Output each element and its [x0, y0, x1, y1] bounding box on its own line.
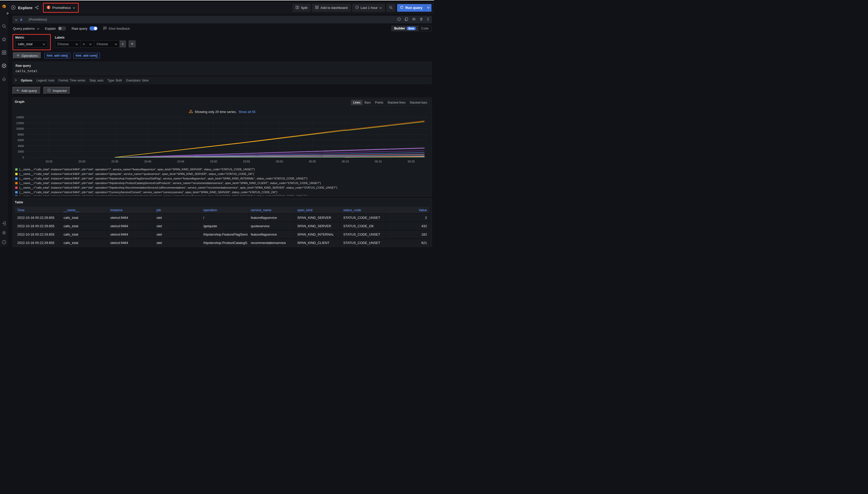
legend-item[interactable]: {__name__="calls_total", instance="otelc… [15, 181, 430, 185]
hint-add-rate-button[interactable]: hint: add rate() [44, 53, 70, 58]
explain-toggle-group: Explain [45, 26, 66, 31]
collapse-chevron-icon[interactable] [15, 18, 18, 22]
zoom-out-button[interactable] [387, 4, 395, 12]
help-icon[interactable]: ? [2, 240, 6, 245]
time-range-picker[interactable]: Last 1 hour [352, 4, 385, 12]
x-axis-tick: 23:35 [111, 160, 119, 163]
code-mode-button[interactable]: Code [418, 26, 431, 31]
label-name-select[interactable]: Choose [55, 40, 80, 48]
label-value-select[interactable]: Choose [94, 40, 120, 48]
column-header-servicename[interactable]: service_name [248, 207, 295, 213]
give-feedback-label: Give feedback [109, 27, 130, 31]
table-cell: STATUS_CODE_UNSET [341, 213, 386, 222]
builder-mode-button[interactable]: Builder Beta [392, 26, 418, 31]
duplicate-query-icon[interactable] [404, 17, 408, 22]
chevron-down-icon [43, 42, 45, 46]
table-cell: STATUS_CODE_OK [341, 222, 386, 230]
plus-icon [17, 54, 20, 58]
table-cell: STATUS_CODE_UNSET [341, 239, 386, 247]
alerting-icon[interactable] [2, 77, 6, 81]
label-value-placeholder: Choose [96, 42, 108, 46]
table-cell: otelcol:9464 [108, 222, 154, 230]
datasource-picker[interactable]: Prometheus [46, 4, 76, 11]
drag-handle-icon[interactable] [427, 17, 430, 22]
query-datasource-hint: (Prometheus) [29, 18, 47, 21]
legend-item[interactable]: {__name__="calls_total", instance="otelc… [15, 185, 430, 190]
give-feedback-link[interactable]: Give feedback [103, 26, 130, 31]
query-help-icon[interactable]: ? [397, 17, 401, 22]
table-cell: otelcol:9464 [108, 247, 154, 247]
legend-color-mark [15, 173, 18, 175]
explore-nav-icon[interactable] [2, 63, 6, 68]
table-cell: SPAN_KIND_SERVER [295, 247, 341, 247]
column-header-spankind[interactable]: span_kind [295, 207, 341, 213]
column-header-time[interactable]: Time [15, 207, 61, 213]
column-header-instance[interactable]: instance [108, 207, 154, 213]
raw-query-value: calls_total [16, 69, 429, 73]
time-series-chart[interactable]: 0200040006000800010000120001400023:2523:… [15, 116, 430, 166]
sidebar-expand-button[interactable] [5, 11, 10, 16]
legend-item[interactable]: {__name__="calls_total", instance="otelc… [15, 190, 430, 194]
add-query-button[interactable]: Add query [13, 87, 41, 94]
y-axis-tick: 8000 [18, 133, 24, 136]
metric-select[interactable]: calls_total [15, 40, 48, 48]
legend-color-mark [15, 195, 18, 196]
query-options-bar[interactable]: Options Legend: Auto Format: Time series… [13, 77, 432, 84]
add-query-label: Add query [21, 89, 37, 93]
hide-response-eye-icon[interactable] [412, 17, 416, 22]
raw-query-toggle[interactable] [89, 26, 97, 31]
label-operator-select[interactable]: = [80, 40, 94, 48]
option-type: Type: Both [108, 79, 122, 82]
mode-bars-button[interactable]: Bars [363, 100, 373, 105]
add-operation-button[interactable]: Operations [13, 52, 41, 59]
table-cell: calls_total [61, 213, 108, 222]
run-query-button[interactable]: Run query [397, 4, 432, 12]
query-patterns-dropdown[interactable]: Query patterns [13, 27, 39, 31]
legend-item[interactable]: {__name__="calls_total", instance="otelc… [15, 194, 430, 196]
table-cell: calls_total [61, 239, 108, 247]
raw-query-toggle-group: Raw query [72, 26, 97, 31]
column-header-job[interactable]: job [154, 207, 201, 213]
starred-icon[interactable] [2, 37, 6, 42]
add-to-dashboard-button[interactable]: Add to dashboard [312, 4, 350, 12]
mode-stacked-bars-button[interactable]: Stacked bars [408, 100, 430, 105]
add-label-filter-button[interactable]: + [129, 40, 136, 48]
legend-color-mark [15, 177, 18, 180]
explain-toggle[interactable] [58, 26, 66, 31]
grafana-logo-icon[interactable] [1, 4, 7, 11]
table-cell: 182 [386, 230, 430, 239]
show-all-series-link[interactable]: Show all 55 [239, 110, 256, 114]
beta-badge: Beta [406, 27, 416, 30]
column-header-operation[interactable]: operation [201, 207, 248, 213]
legend-item[interactable]: {__name__="calls_total", instance="otelc… [15, 172, 430, 176]
table-cell: STATUS_CODE_UNSET [341, 247, 386, 247]
inspector-button[interactable]: Inspector [43, 87, 71, 94]
y-axis-tick: 10000 [16, 127, 24, 130]
table-cell: 432 [386, 222, 430, 230]
column-header-name[interactable]: __name__ [61, 207, 108, 213]
run-query-dropdown[interactable] [425, 4, 432, 12]
mode-lines-button[interactable]: Lines [351, 100, 363, 105]
y-axis-tick: 14000 [16, 116, 24, 119]
hint-add-sum-button[interactable]: hint: add sum() [73, 53, 100, 58]
column-header-value[interactable]: Value [386, 207, 430, 213]
legend-item[interactable]: {__name__="calls_total", instance="otelc… [15, 167, 430, 172]
column-header-statuscode[interactable]: status_code [341, 207, 386, 213]
share-icon[interactable] [35, 5, 39, 10]
split-button[interactable]: Split [293, 4, 310, 12]
table-cell: /hipstershop.Recommendation... [201, 247, 248, 247]
labels-field-label: Labels [55, 36, 136, 39]
table-cell: 2022-10-16 00:22:29.655 [15, 239, 61, 247]
x-axis-tick: 00:05 [309, 160, 316, 163]
legend-item[interactable]: {__name__="calls_total", instance="otelc… [15, 176, 430, 181]
mode-points-button[interactable]: Points [373, 100, 385, 105]
x-axis-tick: 00:15 [375, 160, 382, 163]
mode-stacked-lines-button[interactable]: Stacked lines [385, 100, 408, 105]
search-icon[interactable] [2, 24, 6, 28]
sign-in-icon[interactable] [2, 221, 6, 226]
settings-gear-icon[interactable] [2, 230, 6, 235]
delete-query-trash-icon[interactable] [419, 17, 423, 22]
remove-label-filter-button[interactable]: × [120, 40, 126, 48]
dashboards-icon[interactable] [2, 50, 6, 55]
query-row-header[interactable]: A (Prometheus) ? [13, 16, 432, 23]
